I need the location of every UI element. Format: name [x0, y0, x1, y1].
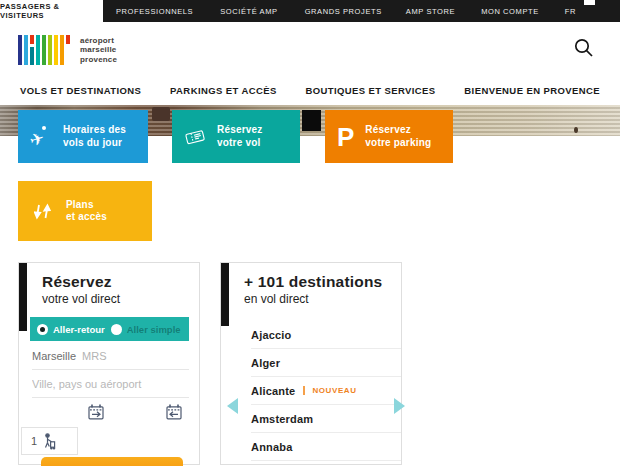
radio-label: Aller-retour	[53, 324, 105, 335]
ticket-icon	[184, 128, 206, 146]
photo-detail	[574, 127, 578, 133]
topbar-item-mon-compte[interactable]: MON COMPTE	[481, 7, 539, 16]
main-nav: VOLS ET DESTINATIONS PARKINGS ET ACCÈS B…	[0, 80, 620, 100]
nav-boutiques-et-services[interactable]: BOUTIQUES ET SERVICES	[305, 85, 435, 96]
language-dropdown-marker	[584, 0, 595, 5]
topbar-item-grands-projets[interactable]: GRANDS PROJETS	[305, 7, 382, 16]
nav-parkings-et-acces[interactable]: PARKINGS ET ACCÈS	[170, 85, 277, 96]
destinations-subtitle: en vol direct	[244, 292, 401, 306]
quick-link-plans-acces[interactable]: Plans et accès	[18, 181, 152, 241]
topbar-item-professionnels[interactable]: PROFESSIONNELS	[116, 7, 193, 16]
destination-name: Annaba	[251, 441, 293, 453]
carousel-prev-arrow[interactable]	[227, 398, 238, 414]
language-selector-fr[interactable]: FR	[565, 7, 576, 16]
departure-date-button[interactable]	[32, 398, 111, 424]
calendar-return-icon	[165, 404, 183, 420]
flight-booking-panel: Réservez votre vol direct Aller-retour A…	[18, 262, 200, 465]
quick-link-reservez-vol[interactable]: Réservez votre vol	[172, 110, 300, 163]
destination-name: Alger	[251, 357, 280, 369]
topbar-nav: PROFESSIONNELS SOCIÉTÉ AMP GRANDS PROJET…	[103, 0, 620, 22]
destinations-title: + 101 destinations	[244, 273, 401, 291]
destination-item-annaba[interactable]: Annaba	[251, 433, 401, 461]
photo-detail	[152, 107, 170, 121]
search-flight-submit-button[interactable]	[41, 457, 183, 466]
origin-field[interactable]: Marseille MRS	[32, 350, 189, 370]
origin-city: Marseille	[32, 350, 76, 362]
topbar-group-left: PROFESSIONNELS SOCIÉTÉ AMP GRANDS PROJET…	[116, 7, 382, 16]
destinations-list: Ajaccio Alger Alicante NOUVEAU Amsterdam…	[221, 321, 401, 461]
passenger-count-selector[interactable]: 1	[21, 427, 78, 455]
quick-link-label: Horaires des vols du jour	[63, 124, 126, 149]
destination-name: Alicante	[251, 385, 295, 397]
amp-logo-bars-icon	[18, 35, 74, 65]
plane-departure-icon: ✈	[30, 127, 52, 147]
passenger-icon	[42, 433, 56, 450]
airport-logo[interactable]: aéroport marseille provence	[18, 35, 117, 65]
panel-accent-bar	[221, 263, 229, 326]
parking-p-icon: P	[337, 124, 354, 150]
booking-subtitle: votre vol direct	[42, 292, 199, 306]
calendar-departure-icon	[87, 404, 105, 420]
origin-airport-code: MRS	[82, 350, 106, 362]
page-root: PASSAGERS & VISITEURS PROFESSIONNELS SOC…	[0, 0, 620, 466]
radio-aller-retour[interactable]: Aller-retour	[37, 324, 105, 335]
topbar-item-societe-amp[interactable]: SOCIÉTÉ AMP	[220, 7, 277, 16]
quick-link-label: Réservez votre vol	[217, 124, 263, 149]
destination-item-alger[interactable]: Alger	[251, 349, 401, 377]
booking-title: Réservez	[42, 273, 199, 291]
main-header: aéroport marseille provence	[0, 22, 620, 80]
destination-item-alicante[interactable]: Alicante NOUVEAU	[251, 377, 401, 405]
panel-accent-bar	[19, 263, 27, 331]
photo-detail	[302, 110, 321, 131]
quick-link-horaires-vols[interactable]: ✈ Horaires des vols du jour	[18, 110, 148, 163]
top-utility-bar: PASSAGERS & VISITEURS PROFESSIONNELS SOC…	[0, 0, 620, 22]
quick-link-label: Réservez votre parking	[365, 124, 431, 149]
destination-name: Amsterdam	[251, 413, 313, 425]
radio-unselected-icon	[111, 324, 122, 335]
destination-name: Ajaccio	[251, 329, 292, 341]
destination-item-amsterdam[interactable]: Amsterdam	[251, 405, 401, 433]
dates-row	[32, 398, 189, 424]
topbar-item-amp-store[interactable]: AMP STORE	[406, 7, 455, 16]
radio-selected-icon	[37, 324, 48, 335]
search-icon	[573, 37, 595, 59]
quick-link-reservez-parking[interactable]: P Réservez votre parking	[325, 110, 453, 163]
radio-aller-simple[interactable]: Aller simple	[111, 324, 181, 335]
destinations-panel: + 101 destinations en vol direct Ajaccio…	[220, 262, 402, 465]
quick-link-label: Plans et accès	[66, 199, 107, 224]
logo-wordmark: aéroport marseille provence	[80, 36, 117, 65]
nav-vols-et-destinations[interactable]: VOLS ET DESTINATIONS	[20, 85, 141, 96]
carousel-next-arrow[interactable]	[394, 398, 405, 414]
search-button[interactable]	[572, 37, 596, 61]
destination-item-ajaccio[interactable]: Ajaccio	[251, 321, 401, 349]
radio-label: Aller simple	[127, 324, 181, 335]
return-date-button[interactable]	[111, 398, 190, 424]
trip-type-toggle: Aller-retour Aller simple	[30, 317, 189, 341]
destination-input[interactable]	[32, 370, 189, 398]
nouveau-badge: NOUVEAU	[303, 386, 356, 395]
topbar-item-passagers-visiteurs[interactable]: PASSAGERS & VISITEURS	[0, 0, 103, 22]
up-down-arrows-icon	[34, 203, 51, 220]
topbar-group-right: AMP STORE MON COMPTE FR	[406, 7, 576, 16]
nav-bienvenue-en-provence[interactable]: BIENVENUE EN PROVENCE	[464, 85, 600, 96]
passenger-count: 1	[31, 435, 37, 447]
